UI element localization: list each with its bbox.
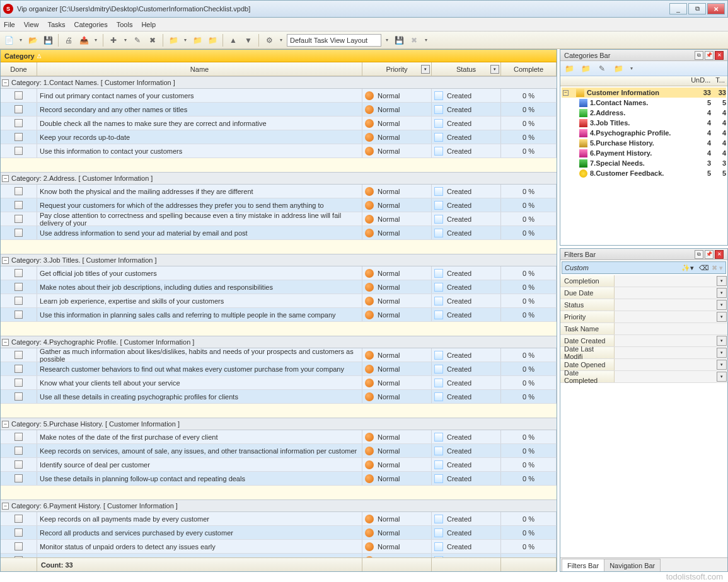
dropdown-icon[interactable]: ▾ (717, 312, 727, 322)
task-row[interactable]: Record all products and services purchas… (1, 526, 557, 540)
export-icon[interactable]: 📤 (78, 34, 90, 47)
dropdown-icon[interactable]: ▾ (717, 300, 727, 310)
col-done[interactable]: Done (1, 62, 37, 76)
grouping-bar[interactable]: Category△ (1, 50, 557, 62)
dropdown-icon[interactable]: ▾ (384, 37, 390, 43)
dropdown-icon[interactable]: ▾ (182, 37, 188, 43)
tree-item[interactable]: 3.Job Titles.44 (562, 118, 726, 128)
del-layout-icon[interactable]: ✖ (408, 34, 420, 47)
layout-combo[interactable]: Default Task View Layout (287, 34, 381, 47)
tree-item[interactable]: 5.Purchase History.44 (562, 138, 726, 148)
filter-row[interactable]: Date Completed▾ (560, 371, 727, 383)
done-checkbox[interactable] (14, 105, 23, 113)
done-checkbox[interactable] (14, 447, 23, 455)
restore-icon[interactable]: ⧉ (695, 250, 703, 259)
group-header[interactable]: −Category: 1.Contact Names. [ Customer I… (1, 76, 557, 89)
delete-icon[interactable]: ✖ (146, 34, 159, 47)
task-row[interactable]: Make notes of the date of the first purc… (1, 430, 557, 444)
dropdown-icon[interactable]: ▾ (717, 372, 727, 382)
menu-view[interactable]: View (24, 21, 39, 28)
task-row[interactable]: Know both the physical and the mailing a… (1, 185, 557, 198)
task-row[interactable]: Keep your records up-to-dateNormalCreate… (1, 130, 557, 144)
done-checkbox[interactable] (14, 269, 23, 277)
down-icon[interactable]: ▼ (242, 34, 255, 47)
done-checkbox[interactable] (14, 542, 23, 551)
col-name[interactable]: Name (37, 62, 362, 76)
up-icon[interactable]: ▲ (227, 34, 240, 47)
done-checkbox[interactable] (14, 133, 23, 141)
col-priority[interactable]: Priority▾ (362, 62, 432, 76)
del-cat-icon[interactable]: 📁 (612, 62, 625, 75)
task-row[interactable]: Use all these details in creating psycho… (1, 390, 557, 404)
task-row[interactable]: Double check all the names to make sure … (1, 117, 557, 130)
task-row[interactable]: Identify source of deal per customerNorm… (1, 458, 557, 472)
close-icon[interactable]: ✕ (715, 250, 724, 259)
del-icon[interactable]: ✖ ▾ (712, 264, 723, 272)
menu-tasks[interactable]: Tasks (47, 21, 65, 28)
done-checkbox[interactable] (14, 379, 23, 387)
group-header[interactable]: −Category: 6.Payment History. [ Customer… (1, 499, 557, 512)
filter-row[interactable]: Completion▾ (560, 275, 727, 287)
task-row[interactable]: Use address information to send your ad … (1, 226, 557, 240)
done-checkbox[interactable] (14, 528, 23, 537)
done-checkbox[interactable] (14, 460, 23, 469)
task-row[interactable]: Find out primary contact names of your c… (1, 89, 557, 103)
done-checkbox[interactable] (14, 433, 23, 441)
done-checkbox[interactable] (14, 392, 23, 401)
tree-item[interactable]: 7.Special Needs.33 (562, 158, 726, 168)
dropdown-icon[interactable]: ▾ (628, 66, 635, 71)
new-task-icon[interactable]: ✚ (107, 34, 120, 47)
new-sub-icon[interactable]: 📁 (579, 62, 592, 75)
col-complete[interactable]: Complete (501, 62, 557, 76)
menu-file[interactable]: File (4, 21, 15, 28)
done-checkbox[interactable] (14, 187, 23, 195)
task-row[interactable]: Use this information to contact your cus… (1, 144, 557, 158)
wand-icon[interactable]: ✨▾ (681, 264, 694, 272)
task-row[interactable]: Gather as much information about likes/d… (1, 348, 557, 362)
folder-edit-icon[interactable]: 📁 (191, 34, 204, 47)
filter-row[interactable]: Due Date▾ (560, 287, 727, 299)
tool-icon[interactable]: ⚙ (263, 34, 275, 47)
tree-item[interactable]: 8.Customer Feedback.55 (562, 168, 726, 178)
task-row[interactable]: Monitor status of unpaid orders to detec… (1, 540, 557, 554)
collapse-icon[interactable]: − (2, 339, 9, 346)
done-checkbox[interactable] (14, 201, 23, 209)
dropdown-icon[interactable]: ▾ (717, 276, 727, 286)
tab-navigation[interactable]: Navigation Bar (604, 559, 661, 571)
minimize-button[interactable]: _ (669, 3, 687, 14)
done-checkbox[interactable] (14, 119, 23, 127)
open-icon[interactable]: 📂 (26, 34, 39, 47)
filter-dropdown-icon[interactable]: ▾ (421, 65, 430, 74)
dropdown-icon[interactable]: ▾ (278, 37, 284, 43)
task-row[interactable]: Use these details in planning follow-up … (1, 472, 557, 486)
close-button[interactable]: ✕ (707, 3, 725, 14)
pin-icon[interactable]: 📌 (705, 250, 714, 259)
new-icon[interactable]: 📄 (3, 34, 15, 47)
restore-icon[interactable]: ⧉ (695, 51, 703, 60)
tab-filters[interactable]: Filters Bar (562, 559, 604, 571)
done-checkbox[interactable] (14, 311, 23, 319)
collapse-icon[interactable]: − (2, 79, 9, 86)
pin-icon[interactable]: 📌 (705, 51, 714, 60)
menu-help[interactable]: Help (141, 21, 156, 28)
done-checkbox[interactable] (14, 91, 23, 100)
clear-icon[interactable]: ⌫ (699, 264, 709, 272)
filter-row[interactable]: Status▾ (560, 299, 727, 311)
col-status[interactable]: Status▾ (432, 62, 501, 76)
collapse-icon[interactable]: − (2, 421, 9, 428)
task-row[interactable]: Keep records on all payments made by eve… (1, 512, 557, 526)
close-icon[interactable]: ✕ (715, 51, 724, 60)
done-checkbox[interactable] (14, 474, 23, 482)
filter-dropdown-icon[interactable]: ▾ (490, 65, 499, 74)
dropdown-icon[interactable]: ▾ (93, 37, 99, 43)
tree-item[interactable]: 1.Contact Names.55 (562, 98, 726, 108)
task-row[interactable]: Research customer behaviors to find out … (1, 362, 557, 376)
tree-item[interactable]: −Customer Information3333 (562, 88, 726, 98)
task-row[interactable]: Learn job experience, expertise and skil… (1, 294, 557, 308)
filter-row[interactable]: Priority▾ (560, 311, 727, 323)
edit-icon[interactable]: ✎ (131, 34, 144, 47)
dropdown-icon[interactable]: ▾ (18, 37, 24, 43)
tree-item[interactable]: 2.Address.44 (562, 108, 726, 118)
done-checkbox[interactable] (14, 515, 23, 523)
filter-row[interactable]: Date Last Modifi▾ (560, 347, 727, 359)
